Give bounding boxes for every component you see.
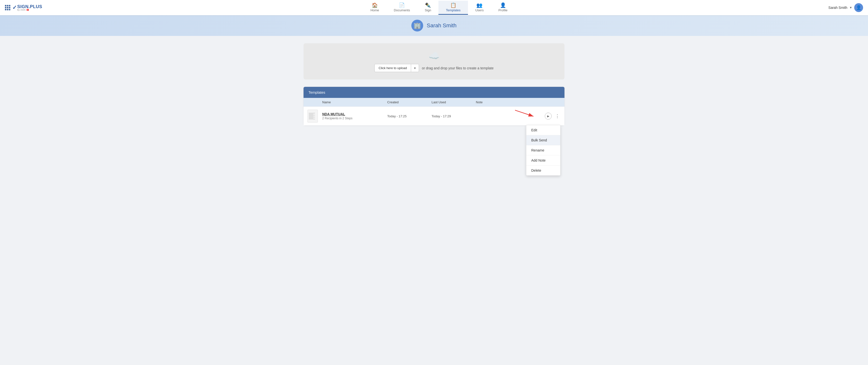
upload-area: ☁️ Click here to upload ▼ or drag and dr… [304,43,564,79]
nav-documents-label: Documents [394,8,410,12]
user-avatar: 👤 [854,3,863,12]
context-menu: Edit Bulk Send Rename Add Note Delete [526,125,561,176]
nav-users[interactable]: 👥 Users [468,1,491,15]
templates-header: Templates [304,87,564,98]
nav-sign-label: Sign [425,8,431,12]
table-row: NDA MUTUAL 2 Recipients in 2 Steps Today… [304,106,564,126]
upload-drag-text: or drag and drop your files to create a … [422,66,494,70]
user-name: Sarah Smith [828,6,847,9]
context-menu-rename[interactable]: Rename [526,145,560,156]
template-created: Today - 17:25 [387,114,432,118]
table-column-headers: Name Created Last Used Note [304,98,564,106]
nav-profile[interactable]: 👤 Profile [491,1,515,15]
col-created: Created [387,100,432,104]
sign-icon: ✒️ [425,3,431,8]
nav-users-label: Users [475,8,484,12]
top-navigation: ✓ SIGN.PLUS by Alohi 🇨🇭 🏠 Home 📄 Documen… [0,0,868,15]
home-icon: 🏠 [372,3,378,8]
context-menu-delete[interactable]: Delete [526,166,560,175]
user-menu-chevron: ▼ [849,6,852,9]
col-actions [541,100,561,104]
col-note: Note [476,100,541,104]
doc-thumbnail [307,110,318,123]
col-name: Name [322,100,387,104]
upload-button[interactable]: Click here to upload ▼ [374,64,419,72]
template-name-cell: NDA MUTUAL 2 Recipients in 2 Steps [322,112,387,120]
nav-documents[interactable]: 📄 Documents [386,1,417,15]
profile-icon: 👤 [500,3,506,8]
nav-profile-label: Profile [498,8,507,12]
brand-sub: by Alohi 🇨🇭 [17,9,42,11]
users-icon: 👥 [476,3,483,8]
nav-sign[interactable]: ✒️ Sign [417,1,438,15]
nav-items: 🏠 Home 📄 Documents ✒️ Sign 📋 Templates 👥… [50,1,829,15]
check-icon: ✓ [12,4,17,11]
templates-icon: 📋 [450,3,456,8]
context-menu-bulk-send[interactable]: Bulk Send [526,135,560,145]
nav-templates[interactable]: 📋 Templates [438,1,468,15]
banner-avatar: 🏢 [411,20,423,31]
user-menu[interactable]: Sarah Smith ▼ 👤 [828,3,863,12]
template-sub: 2 Recipients in 2 Steps [322,117,387,120]
col-thumbnail [307,100,322,104]
template-name[interactable]: NDA MUTUAL [322,112,387,116]
nav-home[interactable]: 🏠 Home [363,1,386,15]
row-actions: ▶ ⋮ Edit Bulk Send Rename Add N [541,113,561,120]
logo[interactable]: ✓ SIGN.PLUS by Alohi 🇨🇭 [5,4,42,11]
play-button[interactable]: ▶ [545,113,552,120]
more-options-button[interactable]: ⋮ [554,113,561,119]
upload-btn-label[interactable]: Click here to upload [375,64,411,72]
annotation-arrow [515,109,537,119]
profile-banner: 🏢 Sarah Smith [0,15,868,36]
banner-name: Sarah Smith [427,22,456,29]
svg-line-1 [515,110,533,117]
documents-icon: 📄 [399,3,405,8]
context-menu-add-note[interactable]: Add Note [526,156,560,166]
upload-cloud-icon: ☁️ [429,51,440,61]
context-menu-edit[interactable]: Edit [526,125,560,135]
col-last-used: Last Used [432,100,476,104]
template-last-used: Today - 17:29 [432,114,476,118]
templates-section: Templates Name Created Last Used Note [304,87,564,126]
nav-templates-label: Templates [446,8,460,12]
grid-icon[interactable] [5,5,10,10]
main-content: ☁️ Click here to upload ▼ or drag and dr… [299,43,569,126]
nav-home-label: Home [371,8,379,12]
brand-name: SIGN.PLUS [17,4,42,9]
upload-btn-chevron-icon[interactable]: ▼ [411,65,419,72]
